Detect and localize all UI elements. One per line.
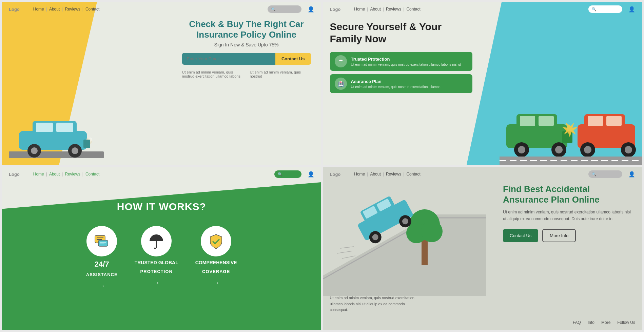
shield-icon <box>208 233 225 250</box>
panel1-main-content: Check & Buy The Right Car Insurance Poli… <box>182 19 311 78</box>
panel3-main-content: HOW IT WORKS? 24/7 ASSISTANCE → <box>2 201 321 290</box>
search-bar-3[interactable]: 🔍 <box>274 170 301 178</box>
feature-coverage-number: COMPREHENSIVE <box>195 260 237 266</box>
svg-rect-4 <box>56 123 73 132</box>
nav-about-4[interactable]: About <box>370 172 380 177</box>
nav-about-3[interactable]: About <box>49 172 60 177</box>
svg-rect-15 <box>539 116 554 126</box>
panel4-bottom-text: Ut enim ad minim veniam, quis nostrud ex… <box>330 295 418 313</box>
search-bar-2[interactable]: 🔍 <box>588 5 622 13</box>
feature-protection-arrow: → <box>153 279 160 287</box>
footer-info[interactable]: Info <box>588 320 594 325</box>
card1-title: Trusted Protection <box>351 57 461 62</box>
nav-home-2[interactable]: Home <box>354 7 365 12</box>
panel1-title: Check & Buy The Right Car Insurance Poli… <box>182 19 311 40</box>
nav-contact-2[interactable]: Contact <box>406 7 420 12</box>
panel4-footer: FAQ Info More Follow Us <box>573 320 635 325</box>
contact-us-button-1[interactable]: Contact Us <box>275 53 311 65</box>
assurance-icon: 🏥 <box>335 78 347 90</box>
shield-icon-bg <box>201 226 231 256</box>
svg-line-51 <box>340 247 354 248</box>
card1-content: Trusted Protection Ut enim ad minim veni… <box>351 57 461 66</box>
nav-reviews-1[interactable]: Reviews <box>65 7 80 12</box>
nav-contact-1[interactable]: Contact <box>85 7 99 12</box>
nav-panel4: Logo Home | About | Reviews | Contact 🔍 … <box>323 167 642 181</box>
logo-panel1: Logo <box>9 7 20 12</box>
feature-247-arrow: → <box>98 282 105 290</box>
svg-rect-14 <box>520 116 535 126</box>
chat-icon-bg <box>86 226 117 256</box>
nav-reviews-2[interactable]: Reviews <box>386 7 401 12</box>
panel4-buttons: Contact Us More Info <box>503 229 632 242</box>
svg-point-19 <box>555 146 563 153</box>
nav-reviews-4[interactable]: Reviews <box>386 172 401 177</box>
svg-rect-25 <box>606 116 622 126</box>
card1-text: Ut enim ad minim veniam, quis nostrud ex… <box>351 63 461 66</box>
contact-us-button-4[interactable]: Contact Us <box>503 229 538 242</box>
umbrella-icon <box>148 233 165 250</box>
car-illustration-1 <box>9 107 104 158</box>
car-illustration-2 <box>500 90 642 165</box>
email-form: Contact Us <box>182 53 311 65</box>
feature-protection-number: TRUSTED GLOBAL <box>135 260 178 266</box>
panel4-text: Ut enim ad minim veniam, quis nostrud ex… <box>503 209 632 222</box>
card2-text: Ut enim ad minim veniam, quis nostrud ex… <box>351 85 441 89</box>
user-icon-2[interactable]: 👤 <box>628 6 635 13</box>
footer-follow-us[interactable]: Follow Us <box>617 320 635 325</box>
nav-contact-4[interactable]: Contact <box>406 172 420 177</box>
search-icon-2: 🔍 <box>592 7 597 12</box>
nav-panel1: Logo Home | About | Reviews | Contact 🔍 … <box>2 2 321 16</box>
panel2-main-content: Secure Yourself & Your Family Now ☂ Trus… <box>330 21 472 97</box>
nav-panel2: Logo Home | About | Reviews | Contact 🔍 … <box>323 2 642 16</box>
footer-faq[interactable]: FAQ <box>573 320 581 325</box>
logo-panel2: Logo <box>330 7 341 12</box>
svg-line-53 <box>342 256 355 258</box>
user-icon-4[interactable]: 👤 <box>628 171 635 178</box>
nav-links-panel3: Home | About | Reviews | Contact <box>33 172 99 177</box>
nav-home-4[interactable]: Home <box>354 172 365 177</box>
panel3-title: HOW IT WORKS? <box>2 201 321 212</box>
svg-rect-11 <box>83 140 90 148</box>
svg-rect-24 <box>588 116 603 126</box>
search-bar-4[interactable]: 🔍 <box>588 170 622 178</box>
panel-bottom-left: Logo Home | About | Reviews | Contact 🔍 … <box>2 167 321 330</box>
panel1-text-row: Ut enim ad minim veniam, quis nostrud ex… <box>182 70 311 78</box>
features-row: 24/7 ASSISTANCE → TRUSTED GLOBAL PROTECT… <box>2 226 321 290</box>
panel1-text-1: Ut enim ad minim veniam, quis nostrud ex… <box>182 70 243 78</box>
search-icon-3: 🔍 <box>278 172 282 177</box>
svg-point-17 <box>518 146 525 153</box>
panel1-text-2: Ut enim ad minim veniam, quis nostrud <box>250 70 311 78</box>
svg-point-29 <box>625 146 632 153</box>
panel1-subtitle: Sign In Now & Save Upto 75% <box>182 42 311 47</box>
panel-top-left: Logo Home | About | Reviews | Contact 🔍 … <box>2 2 321 165</box>
logo-panel4: Logo <box>330 172 341 177</box>
search-icon-4: 🔍 <box>592 172 597 177</box>
footer-more[interactable]: More <box>601 320 610 325</box>
nav-contact-3[interactable]: Contact <box>85 172 99 177</box>
feature-247: 24/7 ASSISTANCE → <box>86 226 118 290</box>
user-icon-1[interactable]: 👤 <box>308 6 314 13</box>
svg-point-27 <box>584 146 591 153</box>
car-illustration-4 <box>323 181 486 296</box>
svg-point-42 <box>421 221 443 242</box>
feature-coverage: COMPREHENSIVE COVERAGE → <box>195 226 237 290</box>
nav-about-1[interactable]: About <box>49 7 60 12</box>
svg-rect-35 <box>98 240 108 246</box>
feature-protection-label: PROTECTION <box>140 269 173 274</box>
more-info-button[interactable]: More Info <box>542 229 576 242</box>
svg-rect-0 <box>9 151 104 158</box>
search-bar-1[interactable]: 🔍 <box>268 5 301 13</box>
email-input[interactable] <box>182 53 275 65</box>
nav-reviews-3[interactable]: Reviews <box>65 172 80 177</box>
svg-point-6 <box>31 147 38 154</box>
trusted-protection-card: ☂ Trusted Protection Ut enim ad minim ve… <box>330 52 472 71</box>
nav-home-3[interactable]: Home <box>33 172 44 177</box>
user-icon-3[interactable]: 👤 <box>308 171 314 178</box>
nav-home-1[interactable]: Home <box>33 7 44 12</box>
nav-about-2[interactable]: About <box>370 7 380 12</box>
assurance-plan-card: 🏥 Asurance Plan Ut enim ad minim veniam,… <box>330 74 472 93</box>
panel2-title: Secure Yourself & Your Family Now <box>330 21 472 45</box>
nav-panel3: Logo Home | About | Reviews | Contact 🔍 … <box>2 167 321 181</box>
protection-icon: ☂ <box>335 55 347 67</box>
feature-coverage-label: COVERAGE <box>202 269 230 274</box>
